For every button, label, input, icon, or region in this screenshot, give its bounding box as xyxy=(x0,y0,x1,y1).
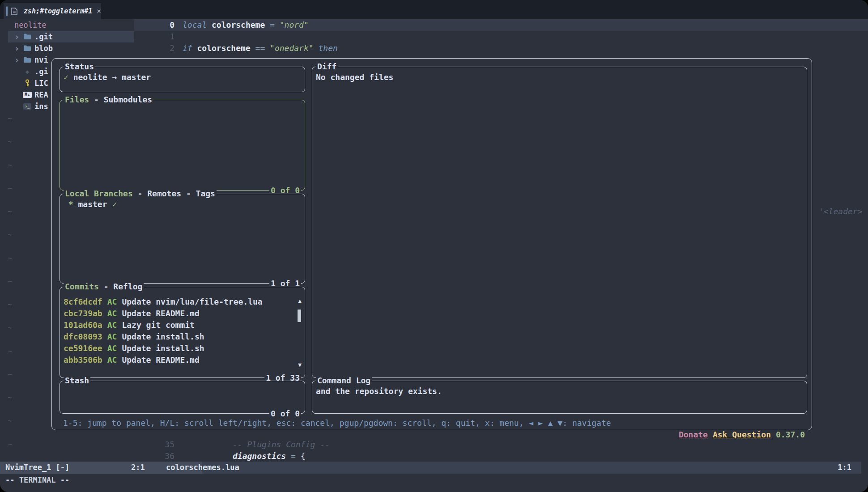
branch-name: master xyxy=(78,199,107,209)
remotes-tags-tabs: - Remotes - Tags xyxy=(133,189,215,198)
commits-tab: Commits xyxy=(65,282,99,291)
tree-item-label: .git xyxy=(34,31,53,42)
tree-item-label: LIC xyxy=(34,77,48,89)
folder-icon xyxy=(22,45,32,51)
command-log-content: and the repository exists. xyxy=(312,381,807,397)
lazygit-window[interactable]: Status ✓ neolite → master Files - Submod… xyxy=(51,58,812,430)
tree-item-blob[interactable]: › blob xyxy=(8,42,134,54)
commit-hash: 101ad60a xyxy=(64,320,102,330)
commit-author: AC xyxy=(107,355,117,365)
editor-buffer[interactable]: 0 local colorscheme = "nord" 1 2 if colo… xyxy=(134,19,868,54)
commit-message: Update README.md xyxy=(122,355,199,365)
code-line: 0 local colorscheme = "nord" xyxy=(134,19,868,31)
tab-toggleterm[interactable]: zsh;#toggleterm#1 × xyxy=(4,3,101,19)
command-log-title: Command Log xyxy=(316,375,372,386)
status-panel-title: Status xyxy=(64,61,95,72)
commit-row[interactable]: abb3506bACUpdate README.md xyxy=(64,354,301,366)
folder-icon xyxy=(22,34,32,40)
commit-author: AC xyxy=(107,332,117,341)
scroll-down-icon[interactable]: ▼ xyxy=(298,362,302,368)
files-panel-title[interactable]: Files - Submodules xyxy=(64,94,153,106)
reflog-tab: - Reflog xyxy=(99,282,143,291)
commit-row[interactable]: dfc08093ACUpdate install.sh xyxy=(64,331,301,343)
statusline-buffer-name: NvimTree_1 [-] xyxy=(5,462,69,474)
lazygit-files-panel[interactable]: Files - Submodules 0 of 0 xyxy=(60,100,305,191)
commit-row[interactable]: 101ad60aACLazy git commit xyxy=(64,319,301,331)
check-icon: ✓ xyxy=(64,72,68,82)
chevron-right-icon[interactable]: › xyxy=(14,54,22,66)
branches-panel-title[interactable]: Local Branches - Remotes - Tags xyxy=(64,188,217,199)
commit-author: AC xyxy=(107,309,117,318)
lazygit-command-log-panel[interactable]: Command Log and the repository exists. xyxy=(312,381,807,414)
scroll-up-icon[interactable]: ▲ xyxy=(298,298,302,304)
check-icon: ✓ xyxy=(107,199,117,209)
chevron-right-icon[interactable]: › xyxy=(14,42,22,54)
lazygit-diff-panel[interactable]: Diff No changed files xyxy=(312,67,807,378)
files-tab: Files xyxy=(65,95,89,104)
statusline-cursor-position: 1:1 xyxy=(838,462,851,474)
commit-message: Lazy git commit xyxy=(122,320,195,330)
scrollbar-thumb[interactable] xyxy=(298,310,301,322)
leader-hint-text: '<leader> xyxy=(819,206,863,217)
tree-item-label: nvi xyxy=(34,54,48,66)
markdown-icon: M↓ xyxy=(22,92,32,98)
commit-hash: 8cf6dcdf xyxy=(64,297,102,306)
shell-script-icon: >_ xyxy=(22,103,32,110)
folder-icon xyxy=(22,57,32,63)
tree-item-label: blob xyxy=(34,42,53,54)
commit-author: AC xyxy=(107,320,117,330)
code-line: 2 if colorscheme == "onedark" then xyxy=(134,42,868,54)
stash-panel-title: Stash xyxy=(64,375,90,386)
keybind-hints: 1-5: jump to panel, H/L: scroll left/rig… xyxy=(63,417,611,429)
tree-item-label: .gi xyxy=(34,66,48,77)
lazygit-branches-panel[interactable]: Local Branches - Remotes - Tags * master… xyxy=(60,194,305,284)
tree-item-label: REA xyxy=(34,89,48,101)
code-text: -- Plugins Config -- xyxy=(233,439,330,450)
local-branches-tab: Local Branches xyxy=(65,189,133,198)
lazygit-version: 0.37.0 xyxy=(776,430,805,439)
donate-link[interactable]: Donate xyxy=(679,430,708,439)
lazygit-status-panel[interactable]: Status ✓ neolite → master xyxy=(60,67,305,92)
commit-message: Update nvim/lua/file-tree.lua xyxy=(122,297,262,306)
chevron-right-icon[interactable]: › xyxy=(14,31,22,42)
commit-hash: ce5916ee xyxy=(64,344,102,353)
status-text: ✓ neolite → master xyxy=(60,67,305,83)
line-number: 36 xyxy=(134,450,174,462)
commits-panel-title[interactable]: Commits - Reflog xyxy=(64,281,144,293)
line-number: 2 xyxy=(134,42,174,54)
tree-item-git[interactable]: › .git xyxy=(8,31,134,42)
commit-hash: abb3506b xyxy=(64,355,102,365)
lazygit-commits-panel[interactable]: Commits - Reflog 8cf6dcdfACUpdate nvim/l… xyxy=(60,287,305,378)
diff-panel-title: Diff xyxy=(316,61,338,72)
commit-row[interactable]: 8cf6dcdfACUpdate nvim/lua/file-tree.lua xyxy=(64,296,301,308)
mode-indicator: -- TERMINAL -- xyxy=(5,474,69,486)
commit-row[interactable]: cbc739abACUpdate README.md xyxy=(64,308,301,319)
commit-message: Update install.sh xyxy=(122,332,204,341)
commit-message: Update install.sh xyxy=(122,344,204,353)
key-icon xyxy=(22,79,32,87)
neovim-terminal-screen: zsh;#toggleterm#1 × neolite › .git › blo… xyxy=(0,0,868,492)
tree-root-label: neolite xyxy=(14,19,47,31)
code-text: local colorscheme = "nord" xyxy=(183,19,309,31)
empty-buffer-tildes: ~ ~ ~ ~ ~ ~ ~ ~ ~ ~ ~ ~ ~ ~ ~ xyxy=(8,113,12,450)
gitignore-icon: ◆ xyxy=(22,66,32,77)
ask-question-link[interactable]: Ask Question xyxy=(713,430,771,439)
code-text: if colorscheme == "onedark" then xyxy=(183,42,338,54)
code-text: diagnostics = { xyxy=(233,450,306,462)
tree-root[interactable]: neolite xyxy=(8,19,134,31)
statusline: NvimTree_1 [-] 2:1 colorschemes.lua 1:1 xyxy=(0,462,861,474)
active-buffer-indicator xyxy=(6,6,8,16)
close-icon[interactable]: × xyxy=(97,5,101,17)
commit-list: 8cf6dcdfACUpdate nvim/lua/file-tree.lua … xyxy=(60,287,305,366)
commit-author: AC xyxy=(107,297,117,306)
line-number: 0 xyxy=(134,19,174,31)
code-line: 1 xyxy=(134,31,868,42)
lazygit-footer: DonateAsk Question0.37.0 xyxy=(650,417,805,452)
statusline-file-name: colorschemes.lua xyxy=(166,462,239,474)
commit-row[interactable]: ce5916eeACUpdate install.sh xyxy=(64,343,301,354)
bufferline-tabbar: zsh;#toggleterm#1 × xyxy=(0,0,868,19)
commit-message: Update README.md xyxy=(122,309,199,318)
lazygit-stash-panel[interactable]: Stash 0 of 0 xyxy=(60,381,305,414)
commit-hash: dfc08093 xyxy=(64,332,102,341)
diff-content: No changed files xyxy=(312,67,807,83)
